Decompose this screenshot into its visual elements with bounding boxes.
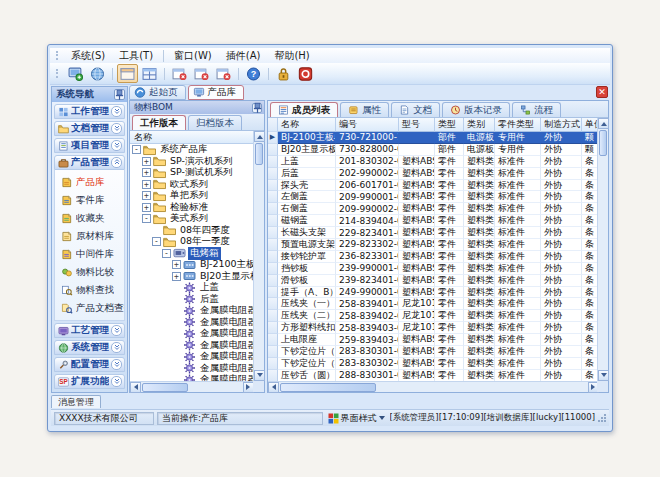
- expand-icon[interactable]: +: [172, 260, 181, 269]
- cell[interactable]: 塑料ABS: [399, 191, 435, 203]
- tree-vertical-scrollbar[interactable]: [253, 131, 264, 381]
- cell[interactable]: 零件: [435, 275, 464, 287]
- cell[interactable]: 239-823401-00X: [336, 275, 399, 287]
- row-marker[interactable]: [268, 346, 278, 358]
- column-header-1[interactable]: 名称: [278, 118, 336, 132]
- cell[interactable]: 201-830302-00X: [336, 156, 399, 168]
- cell[interactable]: 零件: [435, 239, 464, 251]
- cell[interactable]: 标准件: [495, 263, 541, 275]
- cell[interactable]: 283-830301-00X: [336, 346, 399, 358]
- sidebar-section-4[interactable]: 产品管理: [54, 155, 125, 170]
- row-marker[interactable]: [268, 168, 278, 180]
- cell[interactable]: 209-990002-01X: [336, 203, 399, 215]
- sidebar-item-6[interactable]: 物料比较: [55, 263, 124, 281]
- expand-icon[interactable]: +: [142, 157, 151, 166]
- cell[interactable]: 249-990001-01X: [336, 287, 399, 299]
- cell[interactable]: 塑料类: [464, 203, 495, 215]
- cell[interactable]: 标准件: [495, 346, 541, 358]
- row-marker[interactable]: [268, 358, 278, 370]
- column-header-2[interactable]: 编号: [336, 118, 399, 132]
- column-header-3[interactable]: 型号: [399, 118, 435, 132]
- cell[interactable]: [399, 132, 435, 144]
- sidebar-item-7[interactable]: 物料查找: [55, 281, 124, 299]
- table-tab-3[interactable]: 文档: [391, 102, 440, 117]
- cell[interactable]: 上电限座: [278, 334, 336, 346]
- section-toggle-button[interactable]: [111, 342, 122, 353]
- scroll-thumb[interactable]: [599, 130, 607, 156]
- cell[interactable]: 标准件: [495, 191, 541, 203]
- doc-tab-1[interactable]: 起始页: [129, 85, 186, 100]
- tree-node[interactable]: +BJ20主显示板: [130, 271, 254, 283]
- sidebar-item-4[interactable]: 原材料库: [55, 227, 124, 245]
- cell[interactable]: 右侧盖: [278, 203, 336, 215]
- expand-icon[interactable]: +: [172, 272, 181, 281]
- cell[interactable]: 外协: [541, 275, 582, 287]
- collapse-icon[interactable]: -: [162, 249, 171, 258]
- cell[interactable]: 零件: [435, 370, 464, 382]
- cell[interactable]: 标准件: [495, 215, 541, 227]
- section-toggle-button[interactable]: [111, 140, 122, 151]
- cell[interactable]: 标准件: [495, 298, 541, 310]
- cell[interactable]: 塑料类: [464, 322, 495, 334]
- cell[interactable]: 零件: [435, 358, 464, 370]
- cell[interactable]: 730-828000-04X: [336, 144, 399, 156]
- row-marker[interactable]: [268, 156, 278, 168]
- scroll-up-button[interactable]: [598, 118, 609, 129]
- cell[interactable]: [399, 144, 435, 156]
- cell[interactable]: 标准件: [495, 227, 541, 239]
- cell[interactable]: 外协: [541, 310, 582, 322]
- cell[interactable]: 接钞轮护罩: [278, 251, 336, 263]
- tree-column-header[interactable]: 名称: [130, 131, 254, 144]
- cell[interactable]: 塑料ABS: [399, 203, 435, 215]
- cell[interactable]: 标准件: [495, 287, 541, 299]
- resize-grip[interactable]: [598, 414, 606, 422]
- section-toggle-button[interactable]: [111, 157, 122, 168]
- menu-item-3[interactable]: 窗口(W): [167, 48, 219, 64]
- cell[interactable]: 零件: [435, 215, 464, 227]
- row-marker[interactable]: [268, 287, 278, 299]
- cell[interactable]: 零件: [435, 203, 464, 215]
- cell[interactable]: 外协: [541, 287, 582, 299]
- sidebar-section-3[interactable]: 项目管理: [54, 138, 125, 153]
- cell[interactable]: 236-823301-00X: [336, 251, 399, 263]
- toolbar-button-7[interactable]: [213, 64, 234, 83]
- table-vertical-scrollbar[interactable]: [597, 118, 608, 381]
- cell[interactable]: 零件: [435, 298, 464, 310]
- cell[interactable]: 压线夹（一）: [278, 298, 336, 310]
- scroll-thumb[interactable]: [142, 383, 188, 392]
- toolbar-button-5[interactable]: [169, 64, 190, 83]
- cell[interactable]: 283-830302-00X: [336, 358, 399, 370]
- expand-icon[interactable]: +: [142, 180, 151, 189]
- scroll-thumb[interactable]: [280, 383, 376, 392]
- cell[interactable]: 塑料类: [464, 275, 495, 287]
- cell[interactable]: 零件: [435, 334, 464, 346]
- cell[interactable]: 塑料ABS: [399, 168, 435, 180]
- cell[interactable]: 外协: [541, 358, 582, 370]
- row-marker[interactable]: ▶: [268, 132, 278, 144]
- cell[interactable]: 258-839401-00X: [336, 298, 399, 310]
- sidebar-item-8[interactable]: 产品文档查找: [55, 299, 124, 317]
- scroll-down-button[interactable]: [254, 370, 265, 381]
- cell[interactable]: 206-601701-01X: [336, 180, 399, 192]
- expand-icon[interactable]: +: [142, 168, 151, 177]
- expand-icon[interactable]: +: [142, 191, 151, 200]
- cell[interactable]: 外协: [541, 239, 582, 251]
- cell[interactable]: 标准件: [495, 370, 541, 382]
- sidebar-section-1[interactable]: 工作管理: [54, 104, 125, 119]
- sidebar-section-2[interactable]: 文档管理: [54, 121, 125, 136]
- row-marker[interactable]: [268, 275, 278, 287]
- row-marker[interactable]: [268, 251, 278, 263]
- cell[interactable]: 塑料ABS: [399, 180, 435, 192]
- ui-style-picker[interactable]: 界面样式: [326, 412, 387, 425]
- menu-item-5[interactable]: 帮助(H): [267, 48, 316, 64]
- cell[interactable]: 零件: [435, 251, 464, 263]
- row-marker[interactable]: [268, 334, 278, 346]
- cell[interactable]: 202-990002-01X: [336, 168, 399, 180]
- cell[interactable]: 压钞舌（圆）: [278, 370, 336, 382]
- cell[interactable]: 塑料类: [464, 156, 495, 168]
- cell[interactable]: 外协: [541, 191, 582, 203]
- cell[interactable]: 外协: [541, 156, 582, 168]
- cell[interactable]: 258-839403-00X: [336, 322, 399, 334]
- cell[interactable]: 零件: [435, 191, 464, 203]
- row-marker[interactable]: [268, 370, 278, 382]
